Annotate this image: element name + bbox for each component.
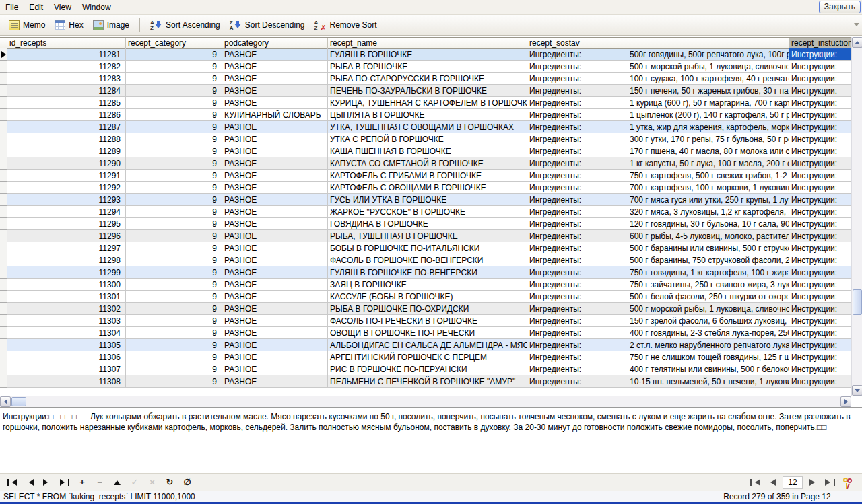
- cell-recept-category[interactable]: 9: [126, 327, 222, 339]
- table-row[interactable]: 112849РАЗНОЕПЕЧЕНЬ ПО-ЗАУРАЛЬСКИ В ГОРШО…: [0, 85, 851, 97]
- cell-podcategory[interactable]: РАЗНОЕ: [222, 254, 328, 266]
- cell-recept-category[interactable]: 9: [126, 97, 222, 109]
- cell-recept-category[interactable]: 9: [126, 266, 222, 279]
- cell-id-recepts[interactable]: 11305: [7, 339, 126, 351]
- table-row[interactable]: 112899РАЗНОЕКАША ПШЕННАЯ В ГОРШОЧКЕИнгре…: [0, 145, 851, 157]
- cell-podcategory[interactable]: РАЗНОЕ: [222, 97, 328, 109]
- cell-id-recepts[interactable]: 11293: [7, 194, 126, 206]
- post-record-button[interactable]: ✓: [127, 475, 143, 490]
- cell-recept-sostav[interactable]: Ингредиенты:750 г зайчатины, 250 г свино…: [527, 279, 789, 291]
- cell-recept-category[interactable]: 9: [126, 157, 222, 170]
- cell-id-recepts[interactable]: 11291: [7, 170, 126, 182]
- block-record-button[interactable]: ∅: [179, 475, 195, 490]
- cell-recept-sostav[interactable]: Ингредиенты:100 г судака, 100 г картофел…: [527, 73, 789, 85]
- cell-recept-instuction[interactable]: Инструкции:: [789, 97, 851, 109]
- prior-record-button[interactable]: [22, 475, 38, 490]
- table-row[interactable]: 113039РАЗНОЕФАСОЛЬ ПО-ГРЕЧЕСКИ В ГОРШОЧК…: [0, 315, 851, 327]
- table-row[interactable]: 112859РАЗНОЕКУРИЦА, ТУШЕННАЯ С КАРТОФЕЛЕ…: [0, 97, 851, 109]
- cell-recept-category[interactable]: 9: [126, 375, 222, 388]
- cell-recept-instuction[interactable]: Инструкции:: [789, 327, 851, 339]
- cell-recept-name[interactable]: РЫБА ПО-СТАРОРУССКИ В ГОРШОЧКЕ: [328, 73, 527, 85]
- cell-recept-name[interactable]: АРГЕНТИНСКИЙ ГОРШОЧЕК С ПЕРЦЕМ: [328, 351, 527, 363]
- refresh-record-button[interactable]: ↻: [162, 475, 178, 490]
- first-record-button[interactable]: [4, 475, 20, 490]
- hex-button[interactable]: Hex: [50, 18, 88, 32]
- cell-recept-name[interactable]: РЫБА В ГОРШОЧКЕ: [328, 61, 527, 73]
- cell-podcategory[interactable]: РАЗНОЕ: [222, 194, 328, 206]
- cell-recept-sostav[interactable]: Ингредиенты:750 г не слишком тощей говяд…: [527, 351, 789, 363]
- table-row[interactable]: 112969РАЗНОЕРЫБА, ТУШЕННАЯ В ГОРШОЧКЕИнг…: [0, 230, 851, 242]
- previous-page-button[interactable]: [767, 479, 776, 486]
- cell-podcategory[interactable]: РАЗНОЕ: [222, 266, 328, 279]
- cell-recept-instuction[interactable]: Инструкции:: [789, 279, 851, 291]
- table-row[interactable]: 112959РАЗНОЕГОВЯДИНА В ГОРШОЧКЕИнгредиен…: [0, 218, 851, 230]
- cell-id-recepts[interactable]: 11306: [7, 351, 126, 363]
- scroll-right-button[interactable]: [840, 396, 851, 407]
- cell-id-recepts[interactable]: 11285: [7, 97, 126, 109]
- last-page-button[interactable]: [825, 479, 835, 486]
- cell-recept-instuction[interactable]: Инструкции:: [789, 145, 851, 157]
- cell-podcategory[interactable]: РАЗНОЕ: [222, 363, 328, 375]
- cell-podcategory[interactable]: РАЗНОЕ: [222, 339, 328, 351]
- vertical-scroll-thumb[interactable]: [853, 289, 862, 315]
- row-selector[interactable]: [0, 121, 7, 133]
- cell-recept-instuction[interactable]: Инструкции:: [789, 291, 851, 303]
- cell-podcategory[interactable]: РАЗНОЕ: [222, 327, 328, 339]
- cell-recept-name[interactable]: ЖАРКОЕ "РУССКОЕ" В ГОРШОЧКЕ: [328, 206, 527, 218]
- row-selector[interactable]: [0, 170, 7, 182]
- cell-recept-category[interactable]: 9: [126, 194, 222, 206]
- cell-id-recepts[interactable]: 11289: [7, 145, 126, 157]
- delete-record-button[interactable]: −: [92, 475, 108, 490]
- cell-id-recepts[interactable]: 11297: [7, 242, 126, 254]
- row-selector[interactable]: [0, 363, 7, 375]
- column-header-podcategory[interactable]: podcategory: [222, 38, 328, 49]
- cell-recept-category[interactable]: 9: [126, 61, 222, 73]
- next-page-button[interactable]: [809, 479, 818, 486]
- cell-recept-name[interactable]: ПЕЧЕНЬ ПО-ЗАУРАЛЬСКИ В ГОРШОЧКЕ: [328, 85, 527, 97]
- table-row[interactable]: 112979РАЗНОЕБОБЫ В ГОРШОЧКЕ ПО-ИТАЛЬЯНСК…: [0, 242, 851, 254]
- cell-recept-name[interactable]: ПЕЛЬМЕНИ С ПЕЧЕНКОЙ В ГОРШОЧКЕ "АМУР": [328, 375, 527, 388]
- close-button[interactable]: Закрыть: [819, 1, 861, 13]
- cell-recept-sostav[interactable]: Ингредиенты:1 утка, жир для жарения, кар…: [527, 121, 789, 133]
- cell-recept-sostav[interactable]: Ингредиенты:750 г говядины, 1 кг картофе…: [527, 266, 789, 279]
- cell-recept-category[interactable]: 9: [126, 339, 222, 351]
- cell-recept-category[interactable]: 9: [126, 145, 222, 157]
- cell-recept-instuction[interactable]: Инструкции:: [789, 73, 851, 85]
- cell-recept-name[interactable]: УТКА С РЕПОЙ В ГОРШОЧКЕ: [328, 133, 527, 145]
- sort-ascending-button[interactable]: AZSort Ascending: [145, 18, 225, 32]
- menu-item-view[interactable]: View: [48, 1, 77, 14]
- table-row[interactable]: 113069РАЗНОЕАРГЕНТИНСКИЙ ГОРШОЧЕК С ПЕРЦ…: [0, 351, 851, 363]
- cell-id-recepts[interactable]: 11301: [7, 291, 126, 303]
- row-selector[interactable]: [0, 61, 7, 73]
- cell-id-recepts[interactable]: 11287: [7, 121, 126, 133]
- cell-recept-sostav[interactable]: Ингредиенты:120 г говядины, 30 г бульона…: [527, 218, 789, 230]
- cell-podcategory[interactable]: РАЗНОЕ: [222, 61, 328, 73]
- cell-id-recepts[interactable]: 11308: [7, 375, 126, 388]
- scroll-up-button[interactable]: [852, 37, 862, 48]
- cell-id-recepts[interactable]: 11283: [7, 73, 126, 85]
- row-selector[interactable]: [0, 182, 7, 194]
- cell-recept-sostav[interactable]: Ингредиенты:400 г телятины или свинины, …: [527, 363, 789, 375]
- cell-recept-category[interactable]: 9: [126, 254, 222, 266]
- row-selector[interactable]: [0, 303, 7, 315]
- scroll-down-button[interactable]: [852, 385, 862, 396]
- cell-recept-name[interactable]: ГУЛЯШ В ГОРШОЧКЕ ПО-ВЕНГЕРСКИ: [328, 266, 527, 279]
- table-row[interactable]: 113019РАЗНОЕКАССУЛЕ (БОБЫ В ГОРШОЧКЕ)Инг…: [0, 291, 851, 303]
- cell-recept-instuction[interactable]: Инструкции:: [789, 182, 851, 194]
- cell-recept-instuction[interactable]: Инструкции:: [789, 121, 851, 133]
- row-selector[interactable]: [0, 133, 7, 145]
- row-selector[interactable]: [0, 279, 7, 291]
- cell-recept-category[interactable]: 9: [126, 170, 222, 182]
- row-selector[interactable]: [0, 242, 7, 254]
- row-selector[interactable]: [0, 339, 7, 351]
- cell-recept-sostav[interactable]: Ингредиенты:2 ст.л. мелко нарубленного р…: [527, 339, 789, 351]
- row-selector[interactable]: [0, 109, 7, 121]
- cell-recept-name[interactable]: ФАСОЛЬ ПО-ГРЕЧЕСКИ В ГОРШОЧКЕ: [328, 315, 527, 327]
- column-header-recept_sostav[interactable]: recept_sostav: [527, 38, 789, 49]
- table-row[interactable]: 113009РАЗНОЕЗАЯЦ В ГОРШОЧКЕИнгредиенты:7…: [0, 279, 851, 291]
- table-row[interactable]: 112939РАЗНОЕГУСЬ ИЛИ УТКА В ГОРШОЧКЕИнгр…: [0, 194, 851, 206]
- cell-recept-name[interactable]: УТКА, ТУШЕННАЯ С ОВОЩАМИ В ГОРШОЧКАХ: [328, 121, 527, 133]
- cell-recept-instuction[interactable]: Инструкции:: [789, 303, 851, 315]
- page-number-input[interactable]: 12: [783, 476, 803, 489]
- cell-recept-category[interactable]: 9: [126, 303, 222, 315]
